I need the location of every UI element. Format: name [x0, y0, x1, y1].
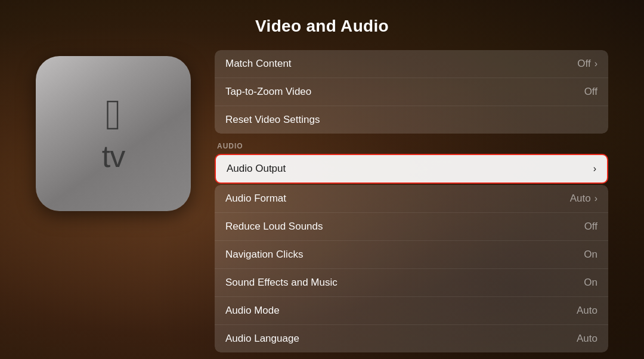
tv-label: tv	[102, 138, 125, 174]
audio-language-label: Audio Language	[225, 333, 299, 345]
main-container: Video and Audio  tv Match Content Off ›…	[0, 0, 644, 359]
sound-effects-right: On	[584, 277, 597, 289]
settings-row-audio-language[interactable]: Audio Language Auto	[215, 325, 608, 352]
settings-row-sound-effects[interactable]: Sound Effects and Music On	[215, 269, 608, 297]
sound-effects-value: On	[584, 277, 597, 289]
audio-output-label: Audio Output	[227, 163, 286, 175]
reduce-loud-value: Off	[584, 221, 597, 233]
tap-to-zoom-label: Tap-to-Zoom Video	[225, 86, 311, 98]
sound-effects-label: Sound Effects and Music	[225, 277, 338, 289]
settings-row-reduce-loud[interactable]: Reduce Loud Sounds Off	[215, 213, 608, 241]
reduce-loud-right: Off	[584, 221, 597, 233]
match-content-chevron-icon: ›	[595, 58, 597, 69]
settings-row-tap-to-zoom[interactable]: Tap-to-Zoom Video Off	[215, 78, 608, 106]
audio-language-right: Auto	[577, 333, 597, 345]
page-title: Video and Audio	[255, 17, 389, 36]
audio-mode-right: Auto	[577, 305, 597, 317]
content-area:  tv Match Content Off › Tap-to-Zoom Vid…	[0, 50, 644, 352]
settings-panel: Match Content Off › Tap-to-Zoom Video Of…	[215, 50, 608, 352]
settings-row-match-content[interactable]: Match Content Off ›	[215, 50, 608, 78]
match-content-value: Off	[577, 58, 590, 70]
match-content-label: Match Content	[225, 58, 292, 70]
match-content-right: Off ›	[577, 58, 597, 70]
settings-row-audio-format[interactable]: Audio Format Auto ›	[215, 185, 608, 213]
audio-format-label: Audio Format	[225, 193, 286, 205]
settings-row-audio-output[interactable]: Audio Output ›	[215, 154, 608, 184]
audio-format-chevron-icon: ›	[595, 193, 597, 204]
audio-output-chevron-icon: ›	[593, 163, 596, 174]
reduce-loud-label: Reduce Loud Sounds	[225, 221, 323, 233]
audio-output-right: ›	[593, 163, 596, 174]
apple-tv-device:  tv	[36, 56, 191, 211]
audio-format-right: Auto ›	[570, 193, 597, 205]
settings-row-audio-mode[interactable]: Audio Mode Auto	[215, 297, 608, 325]
audio-settings-group: Audio Format Auto › Reduce Loud Sounds O…	[215, 185, 608, 352]
apple-logo-icon: 	[106, 93, 121, 136]
video-settings-group: Match Content Off › Tap-to-Zoom Video Of…	[215, 50, 608, 134]
tap-to-zoom-right: Off	[584, 86, 597, 98]
nav-clicks-label: Navigation Clicks	[225, 249, 303, 261]
tap-to-zoom-value: Off	[584, 86, 597, 98]
settings-row-reset-video[interactable]: Reset Video Settings	[215, 106, 608, 134]
nav-clicks-value: On	[584, 249, 597, 261]
audio-format-value: Auto	[570, 193, 591, 205]
audio-mode-value: Auto	[577, 305, 597, 317]
audio-section-label: AUDIO	[215, 134, 608, 154]
nav-clicks-right: On	[584, 249, 597, 261]
settings-row-nav-clicks[interactable]: Navigation Clicks On	[215, 241, 608, 269]
reset-video-label: Reset Video Settings	[225, 114, 320, 126]
audio-language-value: Auto	[577, 333, 597, 345]
audio-mode-label: Audio Mode	[225, 305, 280, 317]
